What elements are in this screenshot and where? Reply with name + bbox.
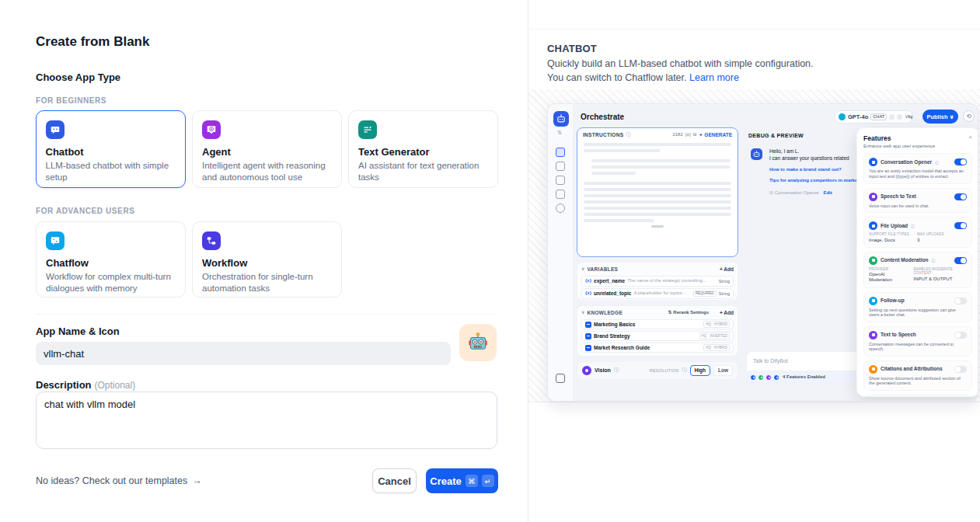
speech-to-text-icon [869,193,877,201]
mini-publish-button: Publish ∨ [922,110,958,124]
feature-dot-icon [758,374,764,381]
preview-pane: CHATBOT Quickly build an LLM-based chatb… [528,0,980,522]
mini-app-icon [553,111,569,127]
chevron-down-icon: ∨ [581,310,584,315]
cmd-key-icon: ⌘ [466,475,478,487]
beginner-cards: Chatbot LLM-based chatbot with simple se… [36,110,498,188]
toggle-on [954,193,967,200]
mini-nav-icon [556,162,565,171]
choose-app-type-label: Choose App Type [36,71,120,83]
app-type-card-agent[interactable]: Agent Intelligent agent with reasoning a… [192,110,342,188]
variables-icon: {x} [685,132,691,137]
copy-icon: ⧉ [693,132,696,137]
app-type-card-workflow[interactable]: Workflow Orchestration for single-turn a… [192,221,342,298]
preview-description: Quickly build an LLM-based chatbot with … [547,57,821,85]
create-app-modal: Create from Blank Choose App Type FOR BE… [0,0,528,522]
info-icon: ⓘ [626,132,630,137]
chevron-down-icon: ∨ [581,266,584,272]
mini-features-panel: Features × Enhance web app user experien… [856,127,978,397]
toggle-off [954,332,967,339]
mini-nav-icon [556,204,565,213]
card-desc: AI assistant for text generation tasks [358,160,488,183]
app-name-input[interactable] [36,342,451,365]
content-moderation-icon [869,256,877,265]
generate-button: ✦ GENERATE [699,132,732,138]
knowledge-row: Brand Strategy HQ · INVERTED [581,331,734,341]
toggle-off [954,366,967,373]
app-icon-button[interactable] [459,324,497,361]
templates-link[interactable]: No ideas? Check out our templates → [36,475,202,486]
learn-more-link[interactable]: Learn more [689,72,739,83]
preview-heading: CHATBOT [547,43,597,54]
toggle-on [954,222,967,229]
text-generator-icon [358,120,377,139]
mini-bottom-icon [556,374,565,383]
card-title: Chatbot [46,146,176,158]
info-icon: ⓘ [935,160,939,165]
mini-knowledge-panel: ∨ KNOWLEDGE ⇅ Rerank Settings + Add Mark… [577,305,738,357]
app-type-card-text-generator[interactable]: Text Generator AI assistant for text gen… [348,110,498,188]
opener-icon: ⊙ [769,190,773,195]
mini-nav-icon [556,176,565,185]
edit-link: Edit [823,190,832,195]
description-label-row: Description (Optional) [36,379,135,391]
knowledge-row: Market Research Guide HQ · HYBRID [581,343,734,353]
feature-dot-icon [766,374,772,381]
knowledge-row: Marketing Basics HQ · HYBRID [581,319,734,329]
preview-hatch-bg: ⇅ Orchestrate GPT-4o CHAT ∨ ⇆ Publish ∨ [528,89,980,402]
variable-row: {x} expert_name The name of the strategi… [581,276,734,287]
card-desc: Orchestration for single-turn automation… [202,271,332,294]
info-icon: ⓘ [614,367,619,373]
feature-dot-icon [773,374,779,381]
info-icon: ⓘ [682,367,687,373]
enter-key-icon: ↵ [482,475,494,487]
mini-swap-icon: ⇅ [557,130,562,136]
rerank-settings-button: ⇅ Rerank Settings [668,310,709,315]
sliders-icon: ⇆ [908,113,913,121]
feature-item-conversation-opener: Conversation Opener ⓘ You are an entity … [863,153,972,183]
app-type-card-chatbot[interactable]: Chatbot LLM-based chatbot with simple se… [36,110,186,188]
cancel-button[interactable]: Cancel [372,468,417,493]
text-to-speech-icon [869,331,877,339]
feature-item-annotation-reply: Annotation Reply [863,395,972,397]
gear-icon [897,114,902,120]
resolution-low-button: Low [713,365,733,376]
variable-row: {x} unrelated_topic A placeholder for to… [581,288,734,299]
mini-instructions-card: INSTRUCTIONS ⓘ 2182 {x} ⧉ ✦ GENERATE [577,127,738,257]
app-name-label: App Name & Icon [36,325,120,337]
add-knowledge-button: + Add [720,310,734,316]
info-icon: ⓘ [931,258,935,263]
create-label: Create [430,475,461,487]
feature-item-citations: Citations and Attributions Show source d… [863,360,972,391]
suggestion-link: Tips for analyzing competitors in market [769,178,859,183]
mini-nav-orchestrate-icon [556,148,565,157]
card-desc: LLM-based chatbot with simple setup [46,160,176,183]
chevron-down-icon: ∨ [950,113,954,120]
feature-item-speech-to-text: Speech to Text Voice input can be used i… [863,188,972,214]
preview-top-strip [528,0,980,30]
add-variable-button: + Add [720,266,734,273]
chat-greeting: I can answer your questions related [769,155,849,162]
card-title: Agent [202,146,332,158]
toggle-on [954,158,967,165]
mic-icon [889,114,895,120]
create-button[interactable]: Create ⌘ ↵ [426,468,498,493]
chat-greeting: Hello, I am L. [769,148,799,155]
document-icon [585,333,591,339]
feature-item-file-upload: File Upload ⓘ SUPPORT FILE TYPESImage, D… [863,217,972,248]
close-icon: × [968,134,972,141]
document-icon [585,322,591,328]
feature-item-follow-up: Follow-up Setting up next questions sugg… [863,292,972,322]
follow-up-icon [869,297,877,305]
resolution-high-button: High [690,365,710,376]
for-advanced-label: FOR ADVANCED USERS [36,207,134,215]
description-textarea[interactable]: chat with vllm model [36,392,497,449]
mini-vision-row: Vision ⓘ RESOLUTION ⓘ High Low [577,361,738,380]
chatbot-icon [46,120,65,139]
arrow-right-icon: → [192,475,202,486]
agent-icon [202,120,221,139]
feature-dot-icon [750,374,756,381]
card-title: Workflow [202,257,332,269]
app-type-card-chatflow[interactable]: Chatflow Workflow for complex multi-turn… [36,221,186,298]
document-icon [585,345,591,351]
